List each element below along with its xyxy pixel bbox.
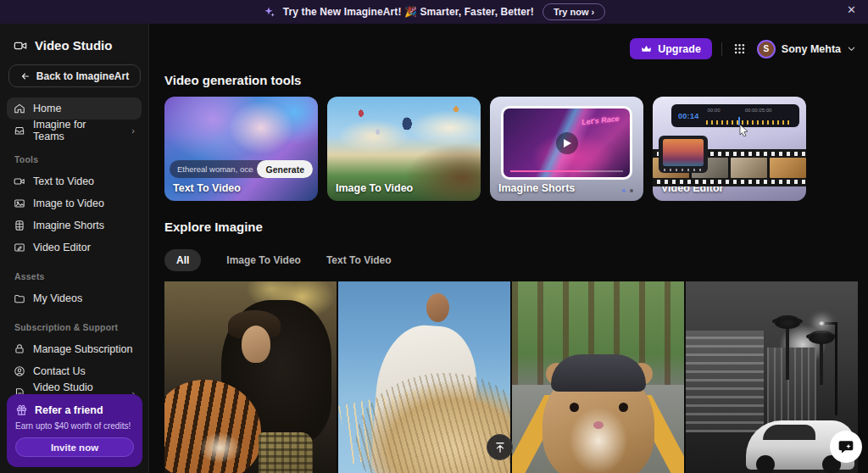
refer-a-friend-card: Refer a friend Earn upto $40 worth of cr… xyxy=(7,394,142,467)
sidebar-item-manage-subscription[interactable]: Manage Subscription xyxy=(7,338,142,360)
contact-person-icon xyxy=(14,365,25,377)
tab-image-to-video[interactable]: Image To Video xyxy=(226,254,301,266)
tab-text-to-video[interactable]: Text To Video xyxy=(326,254,392,266)
sidebar-item-home[interactable]: Home xyxy=(7,97,142,120)
referral-title: Refer a friend xyxy=(35,404,103,416)
arrow-left-icon xyxy=(20,71,31,81)
chat-bubble-icon xyxy=(837,438,854,455)
carousel-dots xyxy=(622,189,633,192)
video-progress-bar xyxy=(510,170,623,172)
gallery-item-hamster-in-cap[interactable] xyxy=(512,281,684,473)
banner-text: Try the New ImagineArt! 🎉 Smarter, Faste… xyxy=(283,6,534,18)
tool-cards: Ethereal woman, ocea Generate Text To Vi… xyxy=(164,97,806,201)
sidebar-item-label: Image to Video xyxy=(33,198,104,209)
building-silhouette xyxy=(767,348,816,432)
carousel-dot-active xyxy=(622,189,626,192)
sparkle-icon xyxy=(263,6,275,18)
sidebar-item-text-to-video[interactable]: Text to Video xyxy=(7,170,142,192)
video-editor-icon xyxy=(14,242,25,253)
sidebar-item-label: Contact Us xyxy=(33,365,86,377)
avatar: S xyxy=(757,40,776,58)
film-frame xyxy=(731,158,767,178)
card-image-to-video[interactable]: Image To Video xyxy=(327,97,481,201)
arrow-up-to-line-icon xyxy=(494,442,506,454)
card-video-editor[interactable]: 00:14 00:00 00:00:05:00 xyxy=(653,97,806,201)
sidebar-item-imagine-for-teams[interactable]: Imagine for Teams › xyxy=(7,120,142,142)
chevron-right-icon: › xyxy=(131,125,135,136)
timeline-ruler: 00:00 00:00:05:00 xyxy=(706,104,793,127)
sidebar-item-imagine-shorts[interactable]: Imagine Shorts xyxy=(7,214,142,236)
sidebar-item-label: Imagine for Teams xyxy=(33,119,116,142)
sidebar-nav: Home Imagine for Teams › Tools Text to V… xyxy=(0,96,148,406)
sidebar-item-image-to-video[interactable]: Image to Video xyxy=(7,192,142,214)
preview-thumbnail xyxy=(663,139,704,166)
shorts-video-preview: Let's Race xyxy=(501,106,632,180)
app-logo-row: Video Studio xyxy=(0,24,148,63)
hamster-nose xyxy=(593,421,604,429)
section-label-assets: Assets xyxy=(7,259,142,287)
main-header: Upgrade S Sony Mehta xyxy=(630,38,856,59)
handbag-shape xyxy=(259,432,313,473)
user-menu[interactable]: S Sony Mehta xyxy=(757,40,856,58)
building-silhouette xyxy=(686,331,764,432)
gallery-item-woman-with-tiger[interactable] xyxy=(164,281,337,473)
explore-section-title: Explore Imagine xyxy=(164,220,263,234)
referral-subtitle: Earn upto $40 worth of credits! xyxy=(15,421,134,431)
invite-now-button[interactable]: Invite now xyxy=(15,437,134,457)
banner-close-button[interactable]: ✕ xyxy=(847,3,856,16)
text-to-video-icon xyxy=(14,175,25,187)
prompt-input[interactable]: Ethereal woman, ocea Generate xyxy=(170,160,313,178)
teams-inbox-icon xyxy=(14,125,25,136)
subscription-lock-icon xyxy=(14,343,25,355)
sidebar: Video Studio Back to ImagineArt Home Ima… xyxy=(0,24,149,473)
prompt-text: Ethereal woman, ocea xyxy=(177,164,253,174)
main-content: Upgrade S Sony Mehta Video generation to… xyxy=(149,24,868,473)
carousel-dot xyxy=(630,189,633,192)
tab-all[interactable]: All xyxy=(164,249,201,271)
explore-tabs: All Image To Video Text To Video xyxy=(164,249,392,271)
editor-preview-player xyxy=(659,136,708,173)
mouse-cursor-icon xyxy=(739,125,749,136)
try-now-button[interactable]: Try now › xyxy=(542,3,605,20)
sidebar-item-label: Video Editor xyxy=(33,242,91,253)
apps-grid-button[interactable] xyxy=(732,41,748,57)
video-camera-icon xyxy=(14,39,27,53)
gallery-item-woman-in-white-with-pampas[interactable] xyxy=(338,281,510,473)
image-to-video-icon xyxy=(14,198,25,209)
card-label: Imagine Shorts xyxy=(498,182,575,194)
section-label-tools: Tools xyxy=(7,142,142,170)
back-to-imagineart-label: Back to ImagineArt xyxy=(36,70,129,82)
card-imagine-shorts[interactable]: Let's Race Imagine Shorts xyxy=(490,97,643,201)
sidebar-item-contact-us[interactable]: Contact Us xyxy=(7,360,142,382)
sidebar-item-label: Imagine Shorts xyxy=(33,220,104,231)
chat-support-button[interactable] xyxy=(830,431,862,463)
sidebar-item-video-editor[interactable]: Video Editor xyxy=(7,236,142,259)
card-text-to-video[interactable]: Ethereal woman, ocea Generate Text To Vi… xyxy=(164,97,318,201)
upgrade-button[interactable]: Upgrade xyxy=(630,38,712,59)
generate-button[interactable]: Generate xyxy=(257,160,313,178)
back-to-imagineart-button[interactable]: Back to ImagineArt xyxy=(8,64,141,87)
scroll-to-top-button[interactable] xyxy=(487,434,513,460)
folder-icon xyxy=(14,292,25,304)
app-title: Video Studio xyxy=(35,38,112,53)
palm-tree-silhouette xyxy=(820,341,823,385)
figure-face xyxy=(242,326,270,363)
preview-controls xyxy=(664,169,703,171)
sidebar-item-label: Manage Subscription xyxy=(33,343,132,355)
sidebar-item-my-videos[interactable]: My Videos xyxy=(7,287,142,309)
gift-icon xyxy=(15,403,28,416)
figure-head xyxy=(426,293,449,322)
hamster-eye xyxy=(619,403,628,412)
sidebar-item-label: Text to Video xyxy=(33,175,94,187)
upgrade-label: Upgrade xyxy=(658,43,701,55)
card-label: Text To Video xyxy=(173,182,241,194)
crown-icon xyxy=(641,43,652,54)
promo-banner: Try the New ImagineArt! 🎉 Smarter, Faste… xyxy=(0,0,868,24)
play-button[interactable] xyxy=(556,132,578,154)
section-label-subscription-support: Subscription & Support xyxy=(7,309,142,338)
palm-tree-silhouette xyxy=(786,326,789,380)
street-lamp xyxy=(835,322,837,415)
film-frame xyxy=(770,158,806,178)
play-icon xyxy=(564,139,571,147)
sidebar-item-label: Home xyxy=(33,103,61,114)
